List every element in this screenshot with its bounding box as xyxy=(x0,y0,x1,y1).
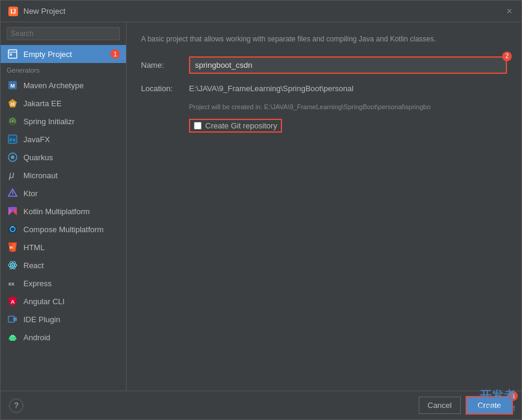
svg-point-37 xyxy=(11,335,12,337)
sidebar-item-kotlin-multiplatform[interactable]: Kotlin Multiplatform xyxy=(1,202,126,220)
help-button[interactable]: ? xyxy=(9,398,23,413)
svg-text:μ: μ xyxy=(8,170,14,180)
svg-rect-34 xyxy=(13,317,17,321)
bottom-bar: ? Cancel Create 3 xyxy=(1,391,521,419)
express-icon: ex xyxy=(7,277,19,289)
create-git-highlighted-box: Create Git repository xyxy=(189,119,282,133)
svg-text:JE: JE xyxy=(10,101,16,107)
compose-icon xyxy=(7,223,19,235)
svg-point-38 xyxy=(13,335,14,337)
svg-text:IJ: IJ xyxy=(10,8,16,15)
cancel-button[interactable]: Cancel xyxy=(419,397,461,414)
jakarta-label: Jakarta EE xyxy=(23,99,62,108)
create-git-checkbox[interactable] xyxy=(194,122,202,130)
html-label: HTML xyxy=(23,243,44,252)
angular-label: Angular CLI xyxy=(23,297,65,306)
title-bar: IJ New Project × xyxy=(1,1,521,22)
sidebar-item-empty-project[interactable]: Empty Project 1 xyxy=(1,45,126,63)
create-git-label: Create Git repository xyxy=(205,121,277,130)
project-path-hint: Project will be created in: E:\JAVA\9_Fr… xyxy=(189,103,507,110)
sidebar-item-html[interactable]: H HTML xyxy=(1,238,126,256)
ide-plugin-label: IDE Plugin xyxy=(23,315,60,324)
badge-1: 1 xyxy=(110,49,120,59)
badge-2: 2 xyxy=(502,52,512,61)
description: A basic project that allows working with… xyxy=(141,34,507,44)
compose-label: Compose Multiplatform xyxy=(23,225,104,234)
new-project-window: IJ New Project × Empty Pro xyxy=(0,0,522,420)
sidebar-item-maven-archetype[interactable]: M Maven Archetype xyxy=(1,76,126,94)
window-title: New Project xyxy=(23,7,505,16)
micronaut-label: Micronaut xyxy=(23,171,58,180)
generators-label: Generators xyxy=(1,63,126,76)
quarkus-icon xyxy=(7,151,19,163)
maven-icon: M xyxy=(7,79,19,91)
location-label: Location: xyxy=(141,84,189,93)
quarkus-label: Quarkus xyxy=(23,153,53,162)
spring-icon xyxy=(7,115,19,127)
svg-point-13 xyxy=(11,155,14,159)
maven-label: Maven Archetype xyxy=(23,81,83,90)
jakarta-icon: JE xyxy=(7,97,19,109)
search-input[interactable] xyxy=(7,27,120,40)
javafx-label: JavaFX xyxy=(23,135,50,144)
ktor-label: Ktor xyxy=(23,189,38,198)
ide-plugin-icon xyxy=(7,313,19,325)
sidebar-search-container[interactable] xyxy=(1,22,126,45)
sidebar-item-express[interactable]: ex Express xyxy=(1,274,126,292)
sidebar-item-ide-plugin[interactable]: IDE Plugin xyxy=(1,310,126,328)
location-row: Location: E:\JAVA\9_FrameLearning\Spring… xyxy=(141,82,507,95)
kotlin-label: Kotlin Multiplatform xyxy=(23,207,90,216)
sidebar-item-ktor[interactable]: Ktor xyxy=(1,184,126,202)
express-label: Express xyxy=(23,279,52,288)
android-icon xyxy=(7,331,19,343)
empty-project-icon xyxy=(7,48,19,60)
sidebar-item-compose-multiplatform[interactable]: Compose Multiplatform xyxy=(1,220,126,238)
sidebar: Empty Project 1 Generators M Maven Arche… xyxy=(1,22,127,391)
micronaut-icon: μ xyxy=(7,169,19,181)
sidebar-item-react[interactable]: React xyxy=(1,256,126,274)
sidebar-item-micronaut[interactable]: μ Micronaut xyxy=(1,166,126,184)
svg-point-29 xyxy=(12,265,14,266)
svg-point-9 xyxy=(11,120,14,122)
app-icon: IJ xyxy=(8,6,19,17)
svg-text:A: A xyxy=(11,299,15,305)
sidebar-item-spring-initializr[interactable]: Spring Initializr xyxy=(1,112,126,130)
name-row: Name: 2 xyxy=(141,56,507,74)
svg-text:FX: FX xyxy=(10,137,16,143)
sidebar-item-jakarta-ee[interactable]: JE Jakarta EE xyxy=(1,94,126,112)
svg-text:M: M xyxy=(10,83,15,89)
name-input[interactable] xyxy=(189,56,507,74)
close-button[interactable]: × xyxy=(505,7,514,16)
location-value: E:\JAVA\9_FrameLearning\SpringBoot\perso… xyxy=(189,82,507,95)
empty-project-label: Empty Project xyxy=(23,50,72,59)
badge-3: 3 xyxy=(508,391,518,401)
svg-text:ex: ex xyxy=(8,281,14,287)
react-icon xyxy=(7,259,19,271)
bottom-actions: Cancel Create 3 xyxy=(419,396,514,415)
ktor-icon xyxy=(7,187,19,199)
create-button[interactable]: Create xyxy=(466,396,513,415)
react-label: React xyxy=(23,261,44,270)
svg-rect-4 xyxy=(10,53,12,56)
html-icon: H xyxy=(7,241,19,253)
spring-label: Spring Initializr xyxy=(23,117,74,126)
android-label: Android xyxy=(23,333,50,342)
main-content: A basic project that allows working with… xyxy=(127,22,521,391)
svg-text:H: H xyxy=(10,245,13,250)
create-git-row: Create Git repository xyxy=(189,119,507,133)
window-controls: × xyxy=(505,7,514,16)
javafx-icon: FX xyxy=(7,133,19,145)
svg-point-22 xyxy=(12,226,14,228)
sidebar-item-angular-cli[interactable]: A Angular CLI xyxy=(1,292,126,310)
angular-icon: A xyxy=(7,295,19,307)
name-label: Name: xyxy=(141,61,189,70)
content-area: Empty Project 1 Generators M Maven Arche… xyxy=(1,22,521,391)
sidebar-item-javafx[interactable]: FX JavaFX xyxy=(1,130,126,148)
sidebar-item-android[interactable]: Android xyxy=(1,328,126,346)
kotlin-icon xyxy=(7,205,19,217)
sidebar-item-quarkus[interactable]: Quarkus xyxy=(1,148,126,166)
